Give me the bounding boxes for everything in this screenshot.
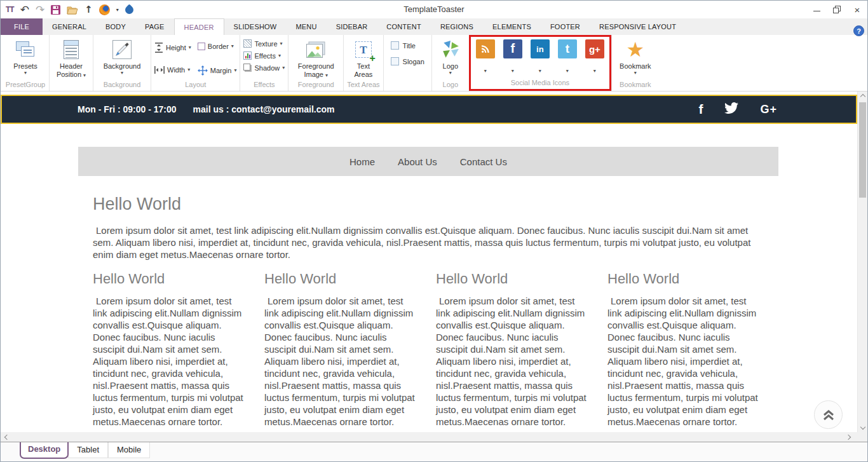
tab-slideshow[interactable]: SLIDESHOW bbox=[224, 18, 287, 35]
view-tab-mobile[interactable]: Mobile bbox=[108, 442, 150, 458]
linkedin-social-button[interactable]: in ▾ bbox=[531, 39, 550, 74]
menu-item-home[interactable]: Home bbox=[349, 156, 375, 167]
column-heading[interactable]: Hello World bbox=[436, 271, 592, 287]
horizontal-scrollbar[interactable] bbox=[1, 432, 867, 442]
minimize-button[interactable] bbox=[806, 1, 827, 18]
header-position-icon bbox=[64, 40, 79, 59]
chevron-down-icon[interactable]: ▾ bbox=[484, 69, 487, 74]
redo-button[interactable]: ↷ bbox=[36, 3, 44, 16]
facebook-social-button[interactable]: f ▾ bbox=[503, 39, 522, 74]
view-tab-tablet[interactable]: Tablet bbox=[68, 442, 108, 458]
tab-elements[interactable]: ELEMENTS bbox=[483, 18, 541, 35]
tab-footer[interactable]: FOOTER bbox=[541, 18, 590, 35]
content-column[interactable]: Hello World Lorem ipsum dolor sit amet, … bbox=[264, 271, 420, 428]
effects-button[interactable]: Effects▾ bbox=[243, 51, 280, 60]
hero-paragraph[interactable]: Lorem ipsum dolor sit amet, test link ad… bbox=[93, 224, 761, 261]
preview-hero-section[interactable]: Hello World Lorem ipsum dolor sit amet, … bbox=[93, 194, 761, 261]
title-checkbox[interactable] bbox=[391, 41, 399, 50]
opening-hours-text[interactable]: Mon - Fri : 09:00 - 17:00 bbox=[78, 104, 177, 114]
tab-menu[interactable]: MENU bbox=[286, 18, 326, 35]
chevron-down-icon[interactable]: ▾ bbox=[539, 69, 541, 74]
bookmark-button[interactable]: ★ Bookmark ▾ bbox=[615, 36, 656, 76]
chevron-down-icon: ▾ bbox=[280, 41, 283, 46]
logo-button[interactable]: Logo ▾ bbox=[435, 36, 466, 76]
title-checkbox-row[interactable]: Title bbox=[391, 41, 416, 50]
chevron-down-icon[interactable]: ▾ bbox=[566, 69, 569, 74]
close-button[interactable]: × bbox=[847, 1, 867, 18]
tab-sidebar[interactable]: SIDEBAR bbox=[327, 18, 377, 35]
help-button[interactable]: ? bbox=[853, 25, 864, 36]
export-button[interactable]: ↑ bbox=[85, 3, 93, 16]
column-paragraph[interactable]: Lorem ipsum dolor sit amet, test link ad… bbox=[93, 295, 248, 428]
tab-body[interactable]: BODY bbox=[96, 18, 135, 35]
text-areas-button[interactable]: T + Text Areas bbox=[349, 36, 378, 79]
browser-dropdown-caret[interactable]: ▾ bbox=[116, 7, 119, 13]
menu-item-contact-us[interactable]: Contact Us bbox=[460, 156, 507, 167]
content-column[interactable]: Hello World Lorem ipsum dolor sit amet, … bbox=[93, 271, 248, 428]
border-button[interactable]: Border▾ bbox=[198, 43, 237, 50]
menu-item-about-us[interactable]: About Us bbox=[398, 156, 437, 167]
scroll-to-top-button[interactable] bbox=[814, 400, 843, 429]
twitter-icon: t bbox=[558, 39, 577, 58]
browser-preview-button[interactable] bbox=[99, 3, 110, 16]
tab-general[interactable]: GENERAL bbox=[43, 18, 96, 35]
tab-file[interactable]: FILE bbox=[1, 18, 43, 35]
chevron-down-icon: ▾ bbox=[187, 67, 190, 72]
preview-header-topbar[interactable]: Mon - Fri : 09:00 - 17:00 mail us : cont… bbox=[1, 95, 857, 124]
texture-button[interactable]: Texture▾ bbox=[243, 39, 282, 48]
background-button[interactable]: Background ▾ bbox=[97, 36, 147, 76]
chevron-down-icon: ▾ bbox=[121, 71, 123, 76]
facebook-icon[interactable]: f bbox=[698, 102, 703, 117]
presets-button[interactable]: Presets ▾ bbox=[5, 36, 46, 76]
tab-page[interactable]: PAGE bbox=[135, 18, 174, 35]
cms-export-button[interactable] bbox=[125, 3, 133, 16]
tab-responsive-layout[interactable]: RESPONSIVE LAYOUT bbox=[590, 18, 686, 35]
tab-regions[interactable]: REGIONS bbox=[431, 18, 483, 35]
group-label: PresetGroup bbox=[6, 80, 45, 91]
firefox-icon bbox=[99, 4, 110, 15]
hero-heading[interactable]: Hello World bbox=[93, 194, 761, 214]
vertical-scrollbar-thumb[interactable] bbox=[859, 102, 866, 198]
undo-button[interactable]: ↶ bbox=[20, 3, 29, 16]
presets-icon bbox=[16, 41, 35, 58]
content-column[interactable]: Hello World Lorem ipsum dolor sit amet, … bbox=[436, 271, 592, 428]
chevron-down-icon[interactable]: ▾ bbox=[512, 69, 514, 74]
width-button[interactable]: Width▾ bbox=[154, 65, 191, 74]
shadow-button[interactable]: Shadow▾ bbox=[243, 64, 285, 72]
open-button[interactable] bbox=[67, 3, 78, 16]
twitter-social-button[interactable]: t ▾ bbox=[558, 39, 577, 74]
column-heading[interactable]: Hello World bbox=[264, 271, 420, 287]
contact-email-text[interactable]: mail us : contact@youremail.com bbox=[193, 104, 335, 114]
googleplus-social-button[interactable]: g+ ▾ bbox=[585, 39, 604, 74]
content-column[interactable]: Hello World Lorem ipsum dolor sit amet, … bbox=[607, 271, 763, 428]
device-view-statusbar: Desktop Tablet Mobile bbox=[1, 442, 867, 461]
scroll-down-arrow[interactable] bbox=[858, 422, 867, 432]
chevron-down-icon: ▾ bbox=[634, 71, 637, 76]
tab-content[interactable]: CONTENT bbox=[377, 18, 431, 35]
vertical-scrollbar[interactable] bbox=[857, 92, 867, 432]
column-heading[interactable]: Hello World bbox=[607, 271, 763, 287]
save-button[interactable] bbox=[51, 3, 60, 16]
chevron-down-icon[interactable]: ▾ bbox=[593, 69, 596, 74]
foreground-image-button[interactable]: Foreground Image ▾ bbox=[292, 36, 340, 79]
rss-social-button[interactable]: ▾ bbox=[476, 39, 495, 74]
column-paragraph[interactable]: Lorem ipsum dolor sit amet, test link ad… bbox=[436, 295, 592, 428]
tab-header[interactable]: HEADER bbox=[174, 18, 224, 35]
view-tab-desktop[interactable]: Desktop bbox=[20, 442, 69, 459]
twitter-bird-icon[interactable] bbox=[723, 101, 740, 118]
margin-button[interactable]: Margin▾ bbox=[198, 65, 237, 76]
height-button[interactable]: Height▾ bbox=[154, 43, 191, 53]
restore-button[interactable] bbox=[827, 1, 847, 18]
column-paragraph[interactable]: Lorem ipsum dolor sit amet, test link ad… bbox=[264, 295, 420, 428]
scroll-up-arrow[interactable] bbox=[858, 92, 867, 102]
slogan-checkbox-row[interactable]: Slogan bbox=[391, 57, 424, 65]
googleplus-icon[interactable]: G+ bbox=[760, 103, 777, 116]
effects-chart-icon bbox=[243, 51, 252, 60]
logo-icon bbox=[441, 40, 460, 59]
header-position-button[interactable]: Header Position ▾ bbox=[53, 36, 90, 79]
scroll-right-arrow[interactable] bbox=[843, 432, 853, 442]
scroll-left-arrow[interactable] bbox=[2, 432, 12, 442]
slogan-checkbox[interactable] bbox=[391, 57, 399, 65]
column-paragraph[interactable]: Lorem ipsum dolor sit amet, test link ad… bbox=[607, 295, 763, 428]
column-heading[interactable]: Hello World bbox=[93, 271, 248, 287]
